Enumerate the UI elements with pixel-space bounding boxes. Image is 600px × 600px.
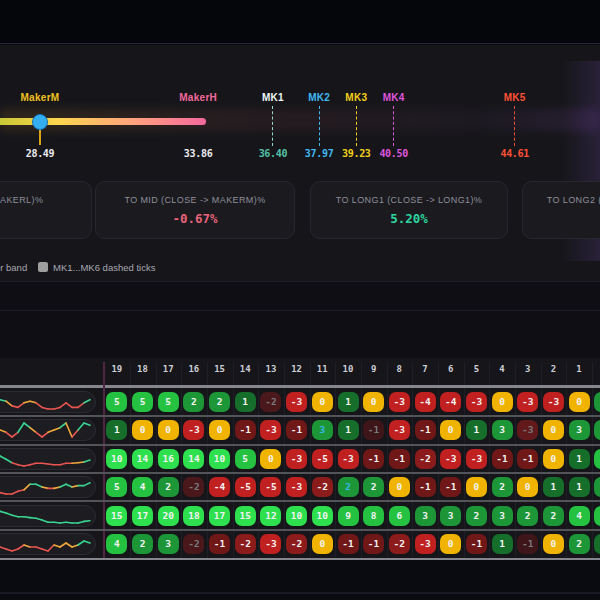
value-cell: -3 xyxy=(466,392,487,412)
value-cell: 1 xyxy=(235,392,256,412)
value-cell: 0 xyxy=(543,449,564,469)
card-value: 5.20% xyxy=(311,211,507,226)
heatmap-row: 100-30-1-3-131-1-3-1013-3032 xyxy=(0,416,600,444)
value-cell: 6 xyxy=(389,506,410,526)
value-cell: -2 xyxy=(389,534,410,554)
marker-label: MakerH xyxy=(163,92,233,103)
value-cell: -3 xyxy=(389,420,410,440)
card-to-low: TO LOW (CLOSE -> MAKERL)% xyxy=(0,181,92,239)
value-cell: -2 xyxy=(235,534,256,554)
value-cell: 2 xyxy=(466,506,487,526)
value-cell: 10 xyxy=(286,506,307,526)
value-cell: 2 xyxy=(158,477,179,497)
mk-ticks-swatch xyxy=(38,262,48,272)
value-cell: 4 xyxy=(594,449,600,469)
value-cell: 14 xyxy=(183,449,204,469)
value-cell: -5 xyxy=(235,477,256,497)
value-cell: -1 xyxy=(389,449,410,469)
value-cell: -1 xyxy=(492,449,513,469)
value-cell: 9 xyxy=(338,506,359,526)
heatmap-row: 101416141050-3-5-3-1-1-2-3-3-1-1014 xyxy=(0,445,600,473)
value-cell: 0 xyxy=(158,420,179,440)
value-cell: 2 xyxy=(517,506,538,526)
value-cell: -2 xyxy=(415,449,436,469)
value-cell: 14 xyxy=(132,449,153,469)
marker-value: 40.50 xyxy=(359,148,429,159)
gauge-legend: Maker band MK1...MK6 dashed ticks xyxy=(0,257,600,271)
value-cell: -3 xyxy=(286,392,307,412)
heatmap-row: 542-2-4-5-5-3-2220-1-1020113 xyxy=(0,473,600,501)
divider-line xyxy=(0,310,600,311)
marker-value: 44.61 xyxy=(480,148,550,159)
value-cell: 2 xyxy=(183,392,204,412)
column-header-6: 6 xyxy=(438,364,464,378)
legend-label: MK1...MK6 dashed ticks xyxy=(53,262,155,273)
dashed-tick-line xyxy=(356,106,357,146)
value-cell: -3 xyxy=(543,392,564,412)
column-header-2: 2 xyxy=(541,364,567,378)
value-cell: 3 xyxy=(594,477,600,497)
heatmap-row: 15172018171512101098633232245 xyxy=(0,502,600,530)
column-header-17: 17 xyxy=(155,364,181,378)
value-cell: 0 xyxy=(440,534,461,554)
value-cell: -3 xyxy=(183,420,204,440)
value-cell: 3 xyxy=(415,506,436,526)
value-cell: 10 xyxy=(209,449,230,469)
top-chrome xyxy=(0,0,600,44)
value-cell: -1 xyxy=(363,449,384,469)
column-header-14: 14 xyxy=(232,364,258,378)
value-cell: 5 xyxy=(106,477,127,497)
value-cell: -1 xyxy=(415,420,436,440)
value-cell: -3 xyxy=(466,449,487,469)
value-cell: 12 xyxy=(260,506,281,526)
marker-value: 33.86 xyxy=(163,148,233,159)
value-cell: 4 xyxy=(569,506,590,526)
card-label: TO MID (CLOSE -> MAKERM)% xyxy=(96,195,294,205)
value-cell: -1 xyxy=(415,477,436,497)
value-cell: 10 xyxy=(312,506,333,526)
value-cell: -2 xyxy=(260,392,281,412)
value-cell: 8 xyxy=(363,506,384,526)
stat-cards-row: TO LOW (CLOSE -> MAKERL)% TO MID (CLOSE … xyxy=(0,181,600,239)
value-cell: -4 xyxy=(209,477,230,497)
value-cell: 0 xyxy=(543,534,564,554)
value-cell: 2 xyxy=(492,477,513,497)
legend-item-maker-band[interactable]: Maker band xyxy=(0,257,27,269)
column-header-8: 8 xyxy=(386,364,412,378)
value-cell: -4 xyxy=(440,392,461,412)
value-cell: -3 xyxy=(440,449,461,469)
value-cell: -3 xyxy=(517,392,538,412)
value-cell: -1 xyxy=(466,534,487,554)
column-header-12: 12 xyxy=(284,364,310,378)
value-cell: 0 xyxy=(132,420,153,440)
column-header-13: 13 xyxy=(258,364,284,378)
dashed-tick-line xyxy=(514,106,515,146)
marker-label: MK5 xyxy=(480,92,550,103)
value-cell: -1 xyxy=(338,534,359,554)
value-cell: -3 xyxy=(286,477,307,497)
value-cell: -5 xyxy=(312,449,333,469)
column-header-9: 9 xyxy=(361,364,387,378)
card-to-long2: TO LONG2 (CLOSE -> LONG2)% xyxy=(522,181,600,239)
sparkline-chart xyxy=(0,503,96,529)
value-cell: 16 xyxy=(158,449,179,469)
bottom-background xyxy=(0,560,600,600)
value-cell: -3 xyxy=(338,449,359,469)
value-cell: 17 xyxy=(209,506,230,526)
bottom-divider xyxy=(0,592,600,594)
value-cell: 1 xyxy=(492,534,513,554)
value-cell: 2 xyxy=(594,420,600,440)
value-cell: 1 xyxy=(569,449,590,469)
value-cell: -2 xyxy=(312,477,333,497)
gauge-handle[interactable] xyxy=(32,114,48,130)
value-cell: 4 xyxy=(106,534,127,554)
value-cell: 0 xyxy=(517,477,538,497)
legend-item-mk-ticks[interactable]: MK1...MK6 dashed ticks xyxy=(38,257,155,269)
value-cell: 0 xyxy=(492,392,513,412)
levels-heatmap-panel: 191817161514131211109876543210555221-2-3… xyxy=(0,358,600,560)
value-cell: 1 xyxy=(543,477,564,497)
value-cell: 1 xyxy=(106,420,127,440)
value-cell: 2 xyxy=(594,392,600,412)
value-cell: 0 xyxy=(389,477,410,497)
value-cell: 18 xyxy=(183,506,204,526)
